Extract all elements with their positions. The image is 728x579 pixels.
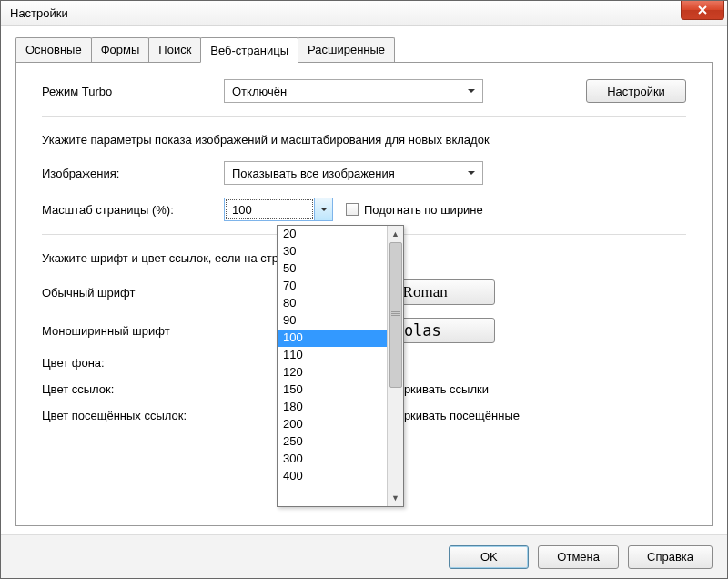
settings-window: Настройки Основные Формы Поиск Веб-стран… — [0, 0, 728, 579]
zoom-option[interactable]: 100 — [278, 330, 387, 347]
normal-font-label: Обычный шрифт — [42, 286, 224, 300]
titlebar: Настройки — [1, 1, 727, 26]
help-button[interactable]: Справка — [628, 545, 713, 569]
images-description: Укажите параметры показа изображений и м… — [42, 133, 686, 147]
scroll-down-icon[interactable]: ▼ — [388, 490, 403, 506]
visited-label: Цвет посещённых ссылок: — [42, 409, 242, 422]
tab-webpages[interactable]: Веб-страницы — [200, 37, 298, 63]
zoom-option[interactable]: 50 — [278, 260, 387, 278]
content-area: Основные Формы Поиск Веб-страницы Расшир… — [1, 26, 727, 534]
tab-main[interactable]: Основные — [15, 37, 92, 62]
tab-panel-webpages: Режим Turbo Отключён Настройки Укажите п… — [15, 62, 713, 526]
zoom-row: Масштаб страницы (%): 100 Подогнать по ш… — [42, 198, 686, 221]
divider-1 — [42, 116, 686, 117]
turbo-combo[interactable]: Отключён — [224, 79, 483, 103]
turbo-settings-button[interactable]: Настройки — [586, 79, 686, 103]
zoom-option[interactable]: 30 — [278, 243, 387, 260]
zoom-option[interactable]: 200 — [278, 416, 387, 433]
zoom-option[interactable]: 70 — [278, 278, 387, 295]
images-label: Изображения: — [42, 167, 224, 180]
zoom-option[interactable]: 180 — [278, 399, 387, 416]
zoom-option[interactable]: 80 — [278, 295, 387, 312]
tab-forms[interactable]: Формы — [91, 37, 150, 62]
close-button[interactable] — [681, 1, 724, 20]
tab-search[interactable]: Поиск — [148, 37, 201, 62]
images-combo[interactable]: Показывать все изображения — [224, 161, 483, 185]
zoom-option[interactable]: 20 — [278, 226, 387, 243]
window-title: Настройки — [10, 6, 68, 20]
scrollbar[interactable]: ▲ ▼ — [387, 226, 403, 506]
linkcolor-label: Цвет ссылок: — [42, 382, 224, 396]
zoom-option[interactable]: 250 — [278, 433, 387, 451]
zoom-combo-button[interactable] — [314, 198, 332, 220]
turbo-label: Режим Turbo — [42, 85, 224, 98]
checkbox-icon — [346, 203, 359, 216]
dialog-footer: OK Отмена Справка — [1, 534, 727, 578]
zoom-label: Масштаб страницы (%): — [42, 203, 224, 217]
images-row: Изображения: Показывать все изображения — [42, 161, 686, 185]
fit-width-checkbox[interactable]: Подогнать по ширине — [346, 203, 483, 217]
scroll-up-icon[interactable]: ▲ — [388, 226, 403, 242]
zoom-option[interactable]: 110 — [278, 347, 387, 364]
tabs: Основные Формы Поиск Веб-страницы Расшир… — [15, 37, 713, 62]
zoom-option[interactable]: 120 — [278, 364, 387, 381]
scroll-gripper-icon — [391, 310, 400, 317]
zoom-option[interactable]: 150 — [278, 381, 387, 399]
zoom-option[interactable]: 300 — [278, 451, 387, 468]
bgcolor-label: Цвет фона: — [42, 356, 224, 370]
turbo-row: Режим Turbo Отключён Настройки — [42, 79, 686, 103]
zoom-dropdown-list: 203050708090100110120150180200250300400 — [278, 226, 387, 506]
ok-button[interactable]: OK — [449, 545, 529, 569]
mono-font-label: Моноширинный шрифт — [42, 324, 224, 338]
zoom-dropdown[interactable]: 203050708090100110120150180200250300400 … — [277, 225, 404, 507]
cancel-button[interactable]: Отмена — [538, 545, 619, 569]
zoom-option[interactable]: 90 — [278, 312, 387, 330]
tab-advanced[interactable]: Расширенные — [298, 37, 395, 62]
close-icon — [698, 5, 707, 15]
zoom-option[interactable]: 400 — [278, 468, 387, 485]
zoom-combo[interactable]: 100 — [224, 198, 333, 221]
